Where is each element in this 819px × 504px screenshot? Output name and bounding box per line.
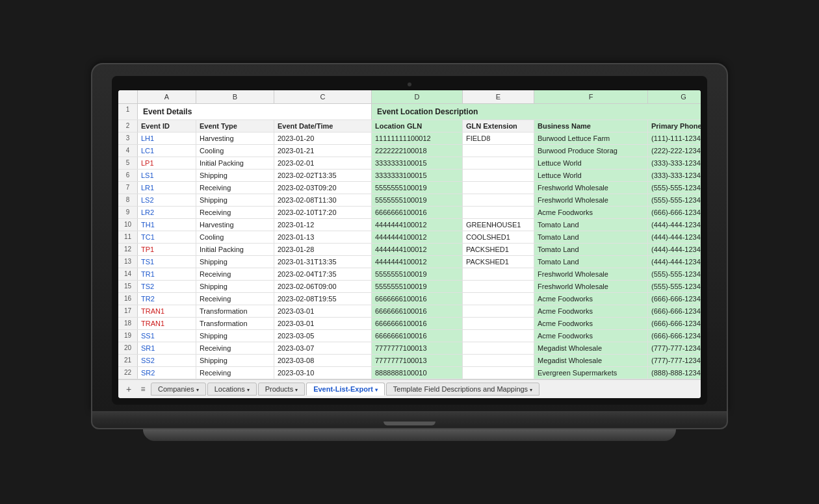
cell-event-id[interactable]: TRAN1	[138, 305, 196, 317]
cell-event-type: Cooling	[196, 145, 274, 157]
cell-event-type: Transformation	[196, 318, 274, 329]
row-num: 8	[118, 194, 138, 206]
cell-event-id[interactable]: TC1	[138, 231, 196, 243]
cell-gln-extension: GREENHOUSE1	[463, 219, 534, 231]
col-g-header: Primary Phone	[648, 120, 701, 132]
cell-event-datetime: 2023-02-10T17:20	[274, 207, 372, 218]
cell-event-id[interactable]: SS1	[138, 330, 196, 342]
table-row: 9 LR2 Receiving 2023-02-10T17:20 6666666…	[118, 207, 701, 219]
cell-gln-extension	[463, 367, 534, 379]
row-num: 19	[118, 330, 138, 342]
tab-companies[interactable]: Companies▾	[151, 383, 206, 396]
cell-primary-phone: (444)-444-1234	[648, 256, 701, 268]
sheet-menu-button[interactable]: ≡	[136, 383, 150, 396]
table-row: 20 SR1 Receiving 2023-03-07 777777710001…	[118, 342, 701, 355]
dropdown-arrow-icon: ▾	[530, 387, 532, 393]
cell-business-name: Tomato Land	[534, 231, 648, 243]
cell-event-id[interactable]: LR2	[138, 207, 196, 218]
cell-event-id[interactable]: LC1	[138, 145, 196, 157]
cell-location-gln: 6666666100016	[372, 305, 463, 317]
cell-event-type: Shipping	[196, 281, 274, 292]
table-row: 11 TC1 Cooling 2023-01-13 4444444100012 …	[118, 231, 701, 244]
tab-products[interactable]: Products▾	[258, 383, 305, 396]
cell-event-type: Shipping	[196, 256, 274, 268]
row-num-2: 2	[118, 120, 138, 132]
cell-location-gln: 5555555100019	[372, 268, 463, 280]
screen: A B C D E F G 1 Event Details Event Loca…	[118, 90, 701, 398]
cell-primary-phone: (666)-666-1234	[648, 318, 701, 329]
cell-business-name: Freshworld Wholesale	[534, 281, 648, 292]
row-num: 16	[118, 293, 138, 305]
row-num: 20	[118, 342, 138, 354]
tab-event-list-export[interactable]: Event-List-Export▾	[306, 383, 385, 396]
cell-event-id[interactable]: TP1	[138, 244, 196, 255]
cell-event-id[interactable]: SS2	[138, 355, 196, 366]
cell-location-gln: 7777777100013	[372, 355, 463, 366]
laptop-frame: A B C D E F G 1 Event Details Event Loca…	[91, 63, 728, 441]
cell-gln-extension	[463, 145, 534, 157]
cell-event-datetime: 2023-01-31T13:35	[274, 256, 372, 268]
col-header-f: F	[534, 90, 648, 103]
cell-location-gln: 3333333100015	[372, 170, 463, 181]
cell-event-type: Harvesting	[196, 219, 274, 231]
cell-event-id[interactable]: TS1	[138, 256, 196, 268]
screen-bezel: A B C D E F G 1 Event Details Event Loca…	[112, 76, 707, 405]
dropdown-arrow-icon: ▾	[295, 387, 298, 393]
cell-business-name: Megadist Wholesale	[534, 355, 648, 366]
cell-primary-phone: (333)-333-1234	[648, 170, 701, 181]
cell-location-gln: 6666666100016	[372, 207, 463, 218]
dropdown-arrow-icon: ▾	[247, 387, 250, 393]
cell-event-type: Harvesting	[196, 132, 274, 144]
table-row: 22 SR2 Receiving 2023-03-10 888888810001…	[118, 367, 701, 379]
cell-event-type: Receiving	[196, 342, 274, 354]
cell-event-id[interactable]: LR1	[138, 182, 196, 194]
cell-event-id[interactable]: TR2	[138, 293, 196, 305]
row-num: 9	[118, 207, 138, 218]
cell-event-id[interactable]: LS1	[138, 170, 196, 181]
event-location-header: Event Location Description	[372, 104, 701, 120]
cell-primary-phone: (444)-444-1234	[648, 244, 701, 255]
cell-gln-extension	[463, 268, 534, 280]
cell-gln-extension	[463, 170, 534, 181]
cell-location-gln: 6666666100016	[372, 318, 463, 329]
cell-business-name: Tomato Land	[534, 256, 648, 268]
table-row: 21 SS2 Shipping 2023-03-08 7777777100013…	[118, 355, 701, 367]
dropdown-arrow-icon: ▾	[375, 387, 378, 393]
cell-event-datetime: 2023-02-08T19:55	[274, 293, 372, 305]
cell-location-gln: 11111111100012	[372, 132, 463, 144]
cell-event-type: Shipping	[196, 170, 274, 181]
cell-event-datetime: 2023-01-20	[274, 132, 372, 144]
cell-event-datetime: 2023-03-07	[274, 342, 372, 354]
tab-template-field-descriptions-and-mappings[interactable]: Template Field Descriptions and Mappings…	[386, 383, 540, 396]
cell-event-id[interactable]: SR2	[138, 367, 196, 379]
cell-event-id[interactable]: LP1	[138, 157, 196, 169]
cell-event-id[interactable]: TS2	[138, 281, 196, 292]
cell-event-datetime: 2023-02-01	[274, 157, 372, 169]
cell-event-id[interactable]: SR1	[138, 342, 196, 354]
cell-gln-extension	[463, 318, 534, 329]
cell-gln-extension	[463, 342, 534, 354]
add-sheet-button[interactable]: +	[122, 383, 135, 396]
cell-event-type: Shipping	[196, 330, 274, 342]
cell-location-gln: 5555555100019	[372, 281, 463, 292]
cell-event-id[interactable]: TRAN1	[138, 318, 196, 329]
cell-event-id[interactable]: TR1	[138, 268, 196, 280]
row-num: 15	[118, 281, 138, 292]
cell-event-id[interactable]: LH1	[138, 132, 196, 144]
cell-primary-phone: (333)-333-1234	[648, 157, 701, 169]
col-header-d: D	[372, 90, 463, 103]
cell-event-datetime: 2023-01-12	[274, 219, 372, 231]
row-num: 3	[118, 132, 138, 144]
col-header-c: C	[274, 90, 372, 103]
cell-business-name: Evergreen Supermarkets	[534, 367, 648, 379]
table-row: 7 LR1 Receiving 2023-02-03T09:20 5555555…	[118, 182, 701, 194]
cell-event-datetime: 2023-03-05	[274, 330, 372, 342]
cell-business-name: Lettuce World	[534, 157, 648, 169]
cell-business-name: Tomato Land	[534, 219, 648, 231]
cell-event-id[interactable]: TH1	[138, 219, 196, 231]
cell-gln-extension	[463, 157, 534, 169]
cell-event-id[interactable]: LS2	[138, 194, 196, 206]
tab-locations[interactable]: Locations▾	[207, 383, 257, 396]
cell-gln-extension: PACKSHED1	[463, 244, 534, 255]
cell-gln-extension	[463, 281, 534, 292]
